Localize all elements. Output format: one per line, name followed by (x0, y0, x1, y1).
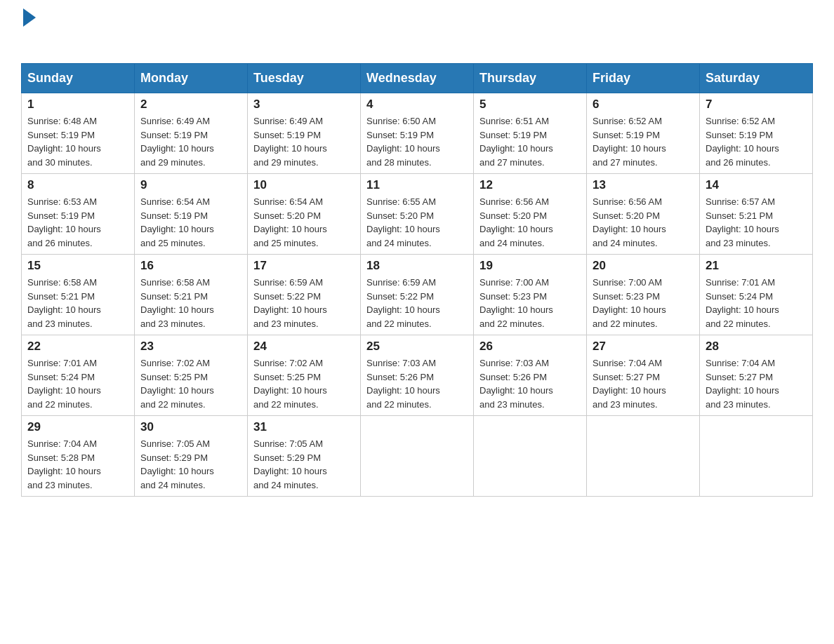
day-number: 1 (27, 98, 128, 112)
day-info: Sunrise: 7:02 AM Sunset: 5:25 PM Dayligh… (253, 356, 355, 411)
calendar-week-3: 15 Sunrise: 6:58 AM Sunset: 5:21 PM Dayl… (22, 255, 813, 335)
calendar-cell: 8 Sunrise: 6:53 AM Sunset: 5:19 PM Dayli… (22, 174, 135, 255)
day-number: 27 (593, 340, 694, 354)
calendar-cell: 22 Sunrise: 7:01 AM Sunset: 5:24 PM Dayl… (22, 335, 135, 416)
day-number: 31 (253, 420, 355, 434)
day-number: 7 (706, 98, 807, 112)
day-info: Sunrise: 7:05 AM Sunset: 5:29 PM Dayligh… (253, 437, 355, 492)
day-info: Sunrise: 6:59 AM Sunset: 5:22 PM Dayligh… (253, 276, 355, 330)
day-info: Sunrise: 6:53 AM Sunset: 5:19 PM Dayligh… (27, 195, 128, 250)
calendar-cell: 19 Sunrise: 7:00 AM Sunset: 5:23 PM Dayl… (474, 255, 587, 335)
day-info: Sunrise: 7:04 AM Sunset: 5:28 PM Dayligh… (27, 437, 128, 492)
column-header-tuesday: Tuesday (248, 64, 361, 93)
day-number: 15 (27, 259, 128, 273)
day-number: 20 (593, 259, 694, 273)
day-info: Sunrise: 6:59 AM Sunset: 5:22 PM Dayligh… (366, 276, 468, 330)
day-info: Sunrise: 6:52 AM Sunset: 5:19 PM Dayligh… (593, 114, 694, 169)
calendar-cell: 18 Sunrise: 6:59 AM Sunset: 5:22 PM Dayl… (361, 255, 474, 335)
column-header-thursday: Thursday (474, 64, 587, 93)
day-info: Sunrise: 6:50 AM Sunset: 5:19 PM Dayligh… (366, 114, 468, 169)
calendar-cell: 23 Sunrise: 7:02 AM Sunset: 5:25 PM Dayl… (135, 335, 248, 416)
day-info: Sunrise: 7:00 AM Sunset: 5:23 PM Dayligh… (479, 276, 581, 330)
day-number: 26 (479, 340, 581, 354)
day-info: Sunrise: 6:49 AM Sunset: 5:19 PM Dayligh… (253, 114, 355, 169)
day-info: Sunrise: 7:04 AM Sunset: 5:27 PM Dayligh… (593, 356, 694, 411)
day-number: 30 (140, 420, 241, 434)
calendar-cell: 14 Sunrise: 6:57 AM Sunset: 5:21 PM Dayl… (700, 174, 813, 255)
day-number: 21 (706, 259, 807, 273)
day-info: Sunrise: 6:56 AM Sunset: 5:20 PM Dayligh… (479, 195, 581, 250)
calendar-cell: 24 Sunrise: 7:02 AM Sunset: 5:25 PM Dayl… (248, 335, 361, 416)
day-number: 3 (253, 98, 355, 112)
day-info: Sunrise: 6:58 AM Sunset: 5:21 PM Dayligh… (27, 276, 128, 330)
day-info: Sunrise: 6:51 AM Sunset: 5:19 PM Dayligh… (479, 114, 581, 169)
day-info: Sunrise: 7:01 AM Sunset: 5:24 PM Dayligh… (706, 276, 807, 330)
day-number: 12 (479, 178, 581, 192)
column-header-saturday: Saturday (700, 64, 813, 93)
day-info: Sunrise: 6:54 AM Sunset: 5:20 PM Dayligh… (253, 195, 355, 250)
day-number: 10 (253, 178, 355, 192)
day-number: 22 (27, 340, 128, 354)
day-info: Sunrise: 7:03 AM Sunset: 5:26 PM Dayligh… (366, 356, 468, 411)
day-number: 28 (706, 340, 807, 354)
calendar-cell: 28 Sunrise: 7:04 AM Sunset: 5:27 PM Dayl… (700, 335, 813, 416)
calendar-cell: 4 Sunrise: 6:50 AM Sunset: 5:19 PM Dayli… (361, 93, 474, 174)
calendar-cell: 7 Sunrise: 6:52 AM Sunset: 5:19 PM Dayli… (700, 93, 813, 174)
calendar-cell: 1 Sunrise: 6:48 AM Sunset: 5:19 PM Dayli… (22, 93, 135, 174)
day-info: Sunrise: 7:03 AM Sunset: 5:26 PM Dayligh… (479, 356, 581, 411)
day-number: 24 (253, 340, 355, 354)
page-header (21, 14, 813, 49)
day-info: Sunrise: 7:00 AM Sunset: 5:23 PM Dayligh… (593, 276, 694, 330)
calendar-cell: 26 Sunrise: 7:03 AM Sunset: 5:26 PM Dayl… (474, 335, 587, 416)
calendar-cell: 20 Sunrise: 7:00 AM Sunset: 5:23 PM Dayl… (587, 255, 700, 335)
calendar-cell: 12 Sunrise: 6:56 AM Sunset: 5:20 PM Dayl… (474, 174, 587, 255)
day-info: Sunrise: 6:55 AM Sunset: 5:20 PM Dayligh… (366, 195, 468, 250)
day-info: Sunrise: 6:48 AM Sunset: 5:19 PM Dayligh… (27, 114, 128, 169)
calendar-cell (474, 416, 587, 497)
column-header-sunday: Sunday (22, 64, 135, 93)
day-info: Sunrise: 7:01 AM Sunset: 5:24 PM Dayligh… (27, 356, 128, 411)
day-info: Sunrise: 6:54 AM Sunset: 5:19 PM Dayligh… (140, 195, 241, 250)
calendar-cell: 11 Sunrise: 6:55 AM Sunset: 5:20 PM Dayl… (361, 174, 474, 255)
calendar-cell: 3 Sunrise: 6:49 AM Sunset: 5:19 PM Dayli… (248, 93, 361, 174)
day-info: Sunrise: 7:02 AM Sunset: 5:25 PM Dayligh… (140, 356, 241, 411)
calendar-cell: 16 Sunrise: 6:58 AM Sunset: 5:21 PM Dayl… (135, 255, 248, 335)
calendar-cell: 25 Sunrise: 7:03 AM Sunset: 5:26 PM Dayl… (361, 335, 474, 416)
calendar-cell: 29 Sunrise: 7:04 AM Sunset: 5:28 PM Dayl… (22, 416, 135, 497)
column-header-friday: Friday (587, 64, 700, 93)
day-number: 9 (140, 178, 241, 192)
day-number: 2 (140, 98, 241, 112)
day-number: 5 (479, 98, 581, 112)
day-info: Sunrise: 6:58 AM Sunset: 5:21 PM Dayligh… (140, 276, 241, 330)
calendar-cell (700, 416, 813, 497)
day-number: 11 (366, 178, 468, 192)
day-number: 19 (479, 259, 581, 273)
day-number: 4 (366, 98, 468, 112)
day-number: 17 (253, 259, 355, 273)
day-info: Sunrise: 6:49 AM Sunset: 5:19 PM Dayligh… (140, 114, 241, 169)
day-number: 29 (27, 420, 128, 434)
day-info: Sunrise: 7:05 AM Sunset: 5:29 PM Dayligh… (140, 437, 241, 492)
calendar-week-5: 29 Sunrise: 7:04 AM Sunset: 5:28 PM Dayl… (22, 416, 813, 497)
calendar-cell: 5 Sunrise: 6:51 AM Sunset: 5:19 PM Dayli… (474, 93, 587, 174)
day-info: Sunrise: 6:52 AM Sunset: 5:19 PM Dayligh… (706, 114, 807, 169)
day-number: 18 (366, 259, 468, 273)
calendar-cell (587, 416, 700, 497)
calendar-cell: 2 Sunrise: 6:49 AM Sunset: 5:19 PM Dayli… (135, 93, 248, 174)
calendar-cell: 15 Sunrise: 6:58 AM Sunset: 5:21 PM Dayl… (22, 255, 135, 335)
calendar-week-1: 1 Sunrise: 6:48 AM Sunset: 5:19 PM Dayli… (22, 93, 813, 174)
calendar-header-row: SundayMondayTuesdayWednesdayThursdayFrid… (22, 64, 813, 93)
day-number: 23 (140, 340, 241, 354)
calendar-cell: 27 Sunrise: 7:04 AM Sunset: 5:27 PM Dayl… (587, 335, 700, 416)
day-number: 14 (706, 178, 807, 192)
calendar-cell: 10 Sunrise: 6:54 AM Sunset: 5:20 PM Dayl… (248, 174, 361, 255)
calendar-cell: 31 Sunrise: 7:05 AM Sunset: 5:29 PM Dayl… (248, 416, 361, 497)
day-number: 13 (593, 178, 694, 192)
calendar-cell: 9 Sunrise: 6:54 AM Sunset: 5:19 PM Dayli… (135, 174, 248, 255)
calendar-table: SundayMondayTuesdayWednesdayThursdayFrid… (21, 63, 813, 497)
calendar-cell (361, 416, 474, 497)
day-info: Sunrise: 7:04 AM Sunset: 5:27 PM Dayligh… (706, 356, 807, 411)
column-header-wednesday: Wednesday (361, 64, 474, 93)
day-number: 8 (27, 178, 128, 192)
calendar-cell: 21 Sunrise: 7:01 AM Sunset: 5:24 PM Dayl… (700, 255, 813, 335)
